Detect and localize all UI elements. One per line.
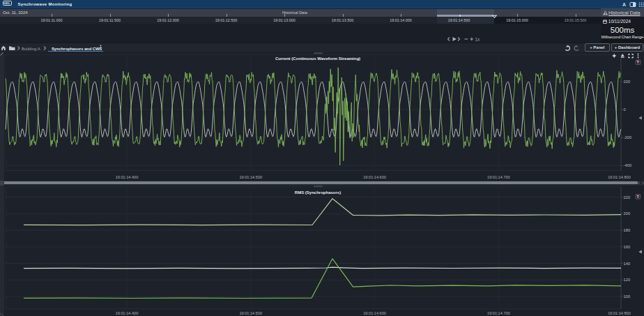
svg-text:A: A: [622, 2, 626, 7]
svg-text:-200: -200: [624, 135, 632, 140]
svg-text:19:01:14.600: 19:01:14.600: [363, 175, 386, 179]
svg-text:220: 220: [624, 195, 631, 200]
svg-text:160: 160: [624, 245, 631, 249]
svg-text:200: 200: [624, 211, 631, 216]
svg-text:RMS (Synchrophasors): RMS (Synchrophasors): [295, 190, 341, 195]
svg-text:120: 120: [624, 278, 631, 282]
svg-text:T: T: [636, 60, 638, 64]
svg-text:19:01:14.400: 19:01:14.400: [116, 175, 139, 179]
svg-text:180: 180: [624, 228, 631, 232]
svg-text:140: 140: [624, 262, 631, 266]
svg-text:19:01:14.700: 19:01:14.700: [487, 311, 510, 315]
svg-text:Synchrophasors and CWS: Synchrophasors and CWS: [52, 46, 102, 50]
svg-text:19:01:14.800: 19:01:14.800: [608, 175, 631, 179]
svg-text:100: 100: [624, 294, 631, 299]
svg-text:19:01:14.500: 19:01:14.500: [239, 311, 262, 315]
svg-text:19:01:14.600: 19:01:14.600: [363, 311, 386, 315]
svg-text:200: 200: [624, 79, 631, 83]
svg-text:19:01:14.500: 19:01:14.500: [239, 175, 262, 179]
svg-text:T: T: [636, 195, 638, 199]
svg-text:1x: 1x: [475, 37, 481, 42]
svg-text:Current (Continuous Waveform S: Current (Continuous Waveform Streaming): [275, 57, 360, 61]
svg-text:Building A: Building A: [22, 46, 40, 50]
svg-text:0: 0: [624, 107, 626, 111]
svg-text:19:01:14.800: 19:01:14.800: [608, 311, 631, 315]
svg-text:-400: -400: [624, 163, 632, 167]
svg-text:19:01:14.400: 19:01:14.400: [116, 311, 139, 315]
svg-text:19:01:14.700: 19:01:14.700: [487, 175, 510, 179]
